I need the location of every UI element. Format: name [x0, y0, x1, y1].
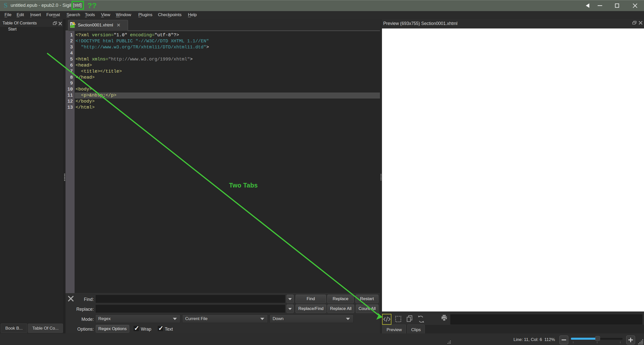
svg-text:??: ??	[87, 1, 97, 10]
svg-text:Two Tabs: Two Tabs	[229, 182, 258, 189]
